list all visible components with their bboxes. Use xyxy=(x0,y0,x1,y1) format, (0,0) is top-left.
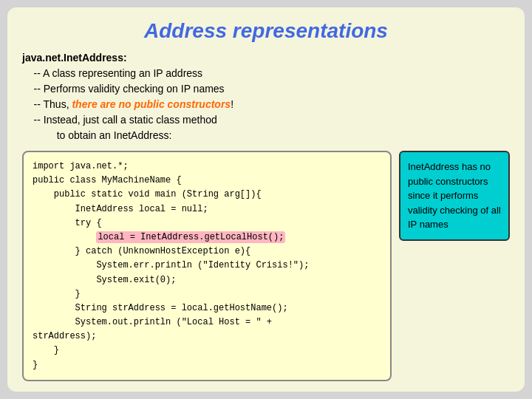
desc-line-4: -- Instead, just call a static class met… xyxy=(22,114,217,126)
slide: Address representations java.net.InetAdd… xyxy=(7,7,525,392)
code-line-10: } xyxy=(33,287,381,301)
code-line-13: strAddress); xyxy=(33,330,381,344)
code-line-2: public class MyMachineName { xyxy=(33,174,381,188)
description-block: java.net.InetAddress: -- A class represe… xyxy=(22,50,510,143)
code-line-15: } xyxy=(33,358,381,372)
code-block: import java.net.*; public class MyMachin… xyxy=(22,151,392,381)
tooltip-box: InetAddress has no public constructors s… xyxy=(399,151,510,241)
code-line-6: local = InetAddress.getLocalHost(); xyxy=(33,231,381,245)
highlight-text: there are no public constructors xyxy=(72,98,231,110)
slide-title: Address representations xyxy=(22,19,510,43)
tooltip-text: InetAddress has no public constructors s… xyxy=(408,161,501,230)
desc-line-3: -- Thus, there are no public constructor… xyxy=(22,98,233,110)
desc-line-1: -- A class representing an IP address xyxy=(22,67,202,79)
code-line-11: String strAddress = local.getHostName(); xyxy=(33,301,381,316)
code-line-4: InetAddress local = null; xyxy=(33,202,381,216)
desc-line-2: -- Performs validity checking on IP name… xyxy=(22,83,225,95)
code-line-8: System.err.println ("Identity Crisis!"); xyxy=(33,259,381,273)
code-line-9: System.exit(0); xyxy=(33,273,381,287)
class-label: java.net.InetAddress: xyxy=(22,52,127,64)
code-line-1: import java.net.*; xyxy=(33,160,381,174)
code-line-7: } catch (UnknownHostException e){ xyxy=(33,245,381,259)
code-line-12: System.out.println ("Local Host = " + xyxy=(33,316,381,330)
highlight-local: local = InetAddress.getLocalHost(); xyxy=(96,231,285,243)
code-line-3: public static void main (String arg[]){ xyxy=(33,188,381,202)
code-line-14: } xyxy=(33,344,381,358)
desc-line-5: to obtain an InetAddress: xyxy=(22,129,171,141)
code-line-5: try { xyxy=(33,216,381,231)
content-area: import java.net.*; public class MyMachin… xyxy=(22,151,510,381)
